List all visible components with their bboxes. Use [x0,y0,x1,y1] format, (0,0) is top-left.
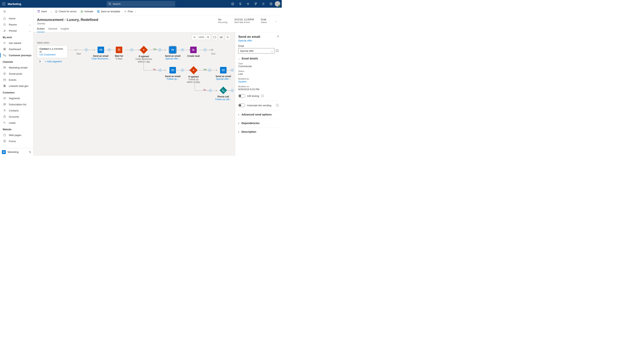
info-icon[interactable]: i [276,104,279,107]
tab-general[interactable]: General [48,27,57,32]
app-switcher[interactable]: M Marketing ⇅ [0,148,33,156]
save-dropdown[interactable]: ⌵ [49,9,53,15]
yes-label: Yes [203,68,207,71]
svg-point-9 [109,3,110,5]
zoom-level[interactable]: 100% [197,35,206,40]
segment-card[interactable]: Contact is a member of US Customers [37,45,68,58]
node-wait[interactable]: Wait for 5 days [115,47,123,60]
nav-social-posts[interactable]: Social posts [0,71,33,77]
add-step[interactable]: + [209,89,212,92]
add-step[interactable]: + [208,69,211,72]
add-step[interactable]: + [231,89,234,92]
help-icon[interactable] [267,0,275,8]
lightbulb-icon[interactable] [236,0,244,8]
user-avatar[interactable] [275,1,280,7]
info-icon[interactable]: i [261,95,264,97]
dependencies-accordion[interactable]: ›Dependencies [238,119,279,127]
calendar-icon [3,78,6,81]
open-record-icon[interactable] [276,49,279,52]
nav-get-started[interactable]: Get started [0,40,33,46]
svg-point-27 [5,56,6,56]
email-details-accordion[interactable]: ⌵ Email details [238,57,279,60]
nav-recent[interactable]: Recent⌵ [0,22,33,28]
nav-contacts[interactable]: Contacts [0,107,33,114]
node-email-3-link[interactable]: Follow up ⌵ [167,78,179,80]
check-errors-button[interactable]: Check for errors [54,9,78,15]
node-email-4[interactable]: Send an email Special offer ⌵ [216,67,231,80]
filter-icon[interactable] [252,0,260,8]
save-button[interactable]: Save [36,9,48,15]
segment-link[interactable]: US Customers [40,53,56,56]
svg-point-2 [5,3,5,3]
assistant-icon[interactable] [229,0,236,8]
nav-accounts[interactable]: Accounts [0,114,33,120]
panel-link[interactable]: Special offer [238,39,279,42]
node-create-lead[interactable]: Create lead [187,47,200,57]
meta-start-date: 3/12/18, 12:00PMStart date & time [234,18,254,24]
nav-events[interactable]: Events [0,77,33,83]
node-if-opened-2[interactable]: ✦ If opened Follow up within 2 days [187,67,200,84]
description-accordion[interactable]: ›Description [238,128,279,136]
add-step[interactable]: + [231,69,234,72]
nav-customer-journeys[interactable]: Customer journeys [0,52,33,58]
node-if-opened-1[interactable]: ✦ If opened Chair Brochures within 1 day [136,47,152,63]
nav-forms[interactable]: Forms [0,138,33,144]
add-step[interactable]: + [130,49,133,51]
activate-button[interactable]: Activate [79,9,95,15]
node-email-1[interactable]: Send an email Chair Brochures ⌵ [92,47,110,60]
modified-by-value[interactable]: System [238,80,279,83]
add-step[interactable]: + [85,49,88,51]
add-step[interactable]: + [108,49,110,51]
node-email-2[interactable]: Send an email Special offer ⌵ [165,47,180,60]
node-email-2-link[interactable]: Special offer ⌵ [166,57,180,60]
nav-subscription-list[interactable]: Subscription list [0,101,33,107]
nav-home[interactable]: Home [0,15,33,22]
svg-point-63 [221,37,222,38]
start-label: Start [76,53,81,55]
flow-button[interactable]: Flow⌵ [122,9,138,15]
section-channels: Channels [0,58,33,65]
add-step[interactable]: + [159,69,162,72]
search-input[interactable]: Search [106,1,175,7]
app-launcher[interactable] [0,0,8,8]
nav-marketing-emails[interactable]: Marketing emails [0,65,33,71]
add-step[interactable]: + [181,49,184,51]
add-segment-button[interactable]: + Add segment [45,60,62,63]
svg-point-1 [4,3,4,3]
add-step[interactable]: + [158,49,161,51]
expand-header[interactable]: ⌵ [274,18,278,24]
zoom-out-button[interactable] [192,35,197,40]
nav-leads[interactable]: Leads [0,120,33,126]
help-canvas-button[interactable] [225,35,230,40]
close-panel[interactable]: ✕ [277,35,279,38]
journey-icon [3,54,6,57]
snapshot-button[interactable] [218,35,224,40]
node-phone-call[interactable]: Phone call Follow up call ⌵ [215,88,231,101]
fit-button[interactable] [212,35,217,40]
nav-dashboard[interactable]: Dashboard [0,46,33,52]
node-email-4-link[interactable]: Special offer ⌵ [216,78,231,80]
nav-segments[interactable]: Segments [0,95,33,101]
advanced-accordion[interactable]: ›Advanced send options [238,110,279,119]
zoom-in-button[interactable] [206,35,211,40]
tab-builder[interactable]: Builder [37,27,45,32]
nav-web-pages[interactable]: Web pages [0,132,33,138]
tab-insights[interactable]: Insights [60,27,69,32]
modified-by-label: Modified by [238,78,279,80]
add-step[interactable]: + [204,49,206,51]
dashboard-icon [3,48,6,51]
node-call-link[interactable]: Follow up call ⌵ [215,98,231,101]
save-template-button[interactable]: Save as template [96,9,122,15]
ab-testing-toggle[interactable] [238,94,245,98]
hamburger-icon[interactable] [3,10,6,13]
node-email-3[interactable]: Send an email Follow up ⌵ [165,67,180,80]
automate-toggle[interactable] [238,104,245,107]
nav-pinned[interactable]: Pinned⌵ [0,28,33,34]
add-step[interactable]: + [181,69,184,72]
settings-icon[interactable] [260,0,267,8]
email-select[interactable]: Special offer ⌵ [238,48,274,54]
add-icon[interactable] [244,0,252,8]
nav-linkedin[interactable]: LinkedIn lead gen [0,83,33,89]
node-email-1-link[interactable]: Chair Brochures ⌵ [92,57,110,60]
account-icon [3,115,6,118]
